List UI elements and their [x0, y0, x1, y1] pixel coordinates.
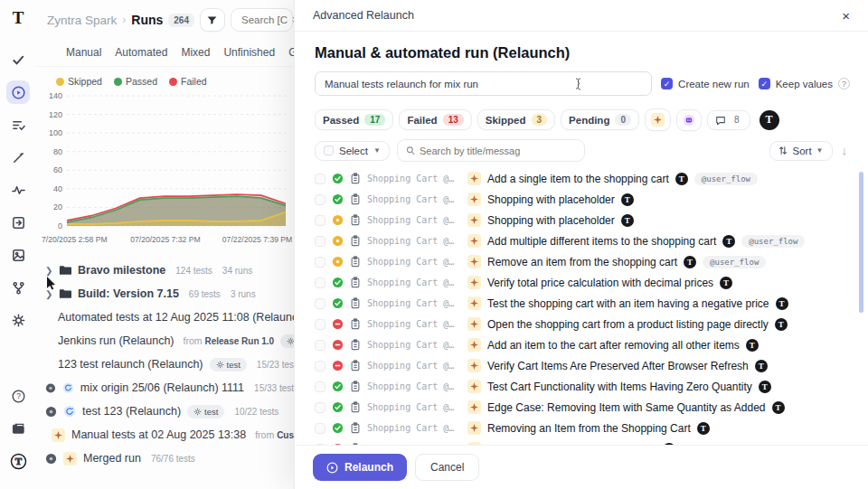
manual-filter-chip[interactable]: [645, 108, 671, 131]
run-name[interactable]: Automated tests at 12 Aug 2025 11:08 (Re…: [58, 311, 298, 324]
run-row[interactable]: 123 test relaunch (Relaunch) test 15/23 …: [45, 353, 298, 376]
row-checkbox[interactable]: [315, 381, 326, 392]
chevron-right-icon[interactable]: ❯: [45, 266, 52, 276]
runs-search-input[interactable]: [241, 14, 288, 25]
sort-dropdown[interactable]: Sort ▼: [769, 141, 832, 161]
create-new-run-option[interactable]: ✓ Create new run: [661, 78, 750, 89]
close-icon[interactable]: ×: [842, 9, 850, 23]
test-row[interactable]: Shopping Cart @… Remove an item from the…: [315, 251, 850, 272]
row-checkbox[interactable]: [315, 277, 326, 288]
test-row[interactable]: Shopping Cart @… Open the shopping cart …: [315, 314, 850, 334]
row-checkbox[interactable]: [315, 194, 326, 205]
test-row[interactable]: Shopping Cart @… Test Removing an Item R…: [315, 438, 850, 445]
run-row[interactable]: mix origin 25/06 (Relaunch) 1111 15/33 t…: [45, 376, 298, 400]
create-new-run-checkbox[interactable]: ✓: [661, 78, 673, 89]
pending-filter-chip[interactable]: Pending0: [561, 109, 639, 130]
test-row[interactable]: Shopping Cart @… Test the shopping cart …: [315, 293, 850, 314]
test-row[interactable]: Shopping Cart @… Edge Case: Removing Ite…: [315, 397, 850, 418]
run-name[interactable]: Merged run: [83, 452, 141, 465]
milestone-row[interactable]: ❯ Build: Version 7.15 69 tests3 runs: [45, 282, 298, 306]
test-title[interactable]: Shopping with placeholder: [487, 214, 615, 227]
passed-filter-chip[interactable]: Passed17: [315, 109, 393, 130]
test-title[interactable]: Test the shopping cart with an item havi…: [487, 297, 769, 310]
test-title[interactable]: Shopping with placeholder: [487, 193, 615, 206]
run-name[interactable]: 123 test relaunch (Relaunch): [58, 358, 203, 371]
row-checkbox[interactable]: [315, 257, 326, 268]
chevron-right-icon[interactable]: ❯: [45, 289, 52, 299]
automated-filter-chip[interactable]: [676, 109, 702, 131]
branch-nav-icon[interactable]: [6, 276, 30, 299]
row-checkbox[interactable]: [315, 423, 326, 434]
filter-button[interactable]: [200, 8, 225, 32]
milestone-name[interactable]: Build: Version 7.15: [78, 287, 179, 300]
test-title[interactable]: Verify Cart Items Are Preserved After Br…: [487, 360, 749, 372]
test-title[interactable]: Add an item to the cart after removing a…: [487, 339, 740, 352]
keep-values-option[interactable]: ✓ Keep values ?: [759, 78, 850, 89]
modal-scrollbar[interactable]: [859, 172, 863, 313]
row-checkbox[interactable]: [315, 444, 326, 446]
assignee-avatar[interactable]: T: [760, 110, 779, 130]
run-name[interactable]: test 123 (Relaunch): [82, 405, 181, 418]
download-arrow-icon[interactable]: ↓: [839, 144, 851, 157]
row-checkbox[interactable]: [315, 319, 326, 330]
comments-chip[interactable]: 8: [707, 110, 750, 130]
test-row[interactable]: Shopping Cart @… Shopping with placehold…: [315, 189, 850, 210]
milestone-row[interactable]: ❯ Bravo milestone 124 tests34 runs: [45, 259, 298, 282]
skipped-filter-chip[interactable]: Skipped3: [477, 109, 555, 130]
run-name-input[interactable]: [315, 71, 652, 96]
test-title[interactable]: Edge Case: Removing Item with Same Quant…: [487, 401, 766, 414]
wand-nav-icon[interactable]: [6, 146, 30, 169]
breadcrumb-project[interactable]: Zyntra Spark: [47, 14, 117, 27]
row-checkbox[interactable]: [315, 174, 326, 184]
test-search[interactable]: [397, 139, 585, 162]
help-icon[interactable]: ?: [6, 384, 30, 408]
settings-nav-icon[interactable]: [6, 308, 30, 332]
run-row[interactable]: test 123 (Relaunch) test 10/22 tests: [45, 400, 298, 423]
run-name[interactable]: Jenkins run (Relaunch): [58, 334, 175, 347]
tab-automated[interactable]: Automated: [115, 46, 167, 59]
row-checkbox[interactable]: [315, 361, 326, 371]
breadcrumb-page[interactable]: Runs: [131, 13, 163, 27]
test-row[interactable]: Shopping Cart @… Add a single item to th…: [315, 168, 850, 189]
tab-mixed[interactable]: Mixed: [181, 46, 210, 59]
test-title[interactable]: Remove an item from the shopping cart: [487, 256, 677, 268]
test-row[interactable]: Shopping Cart @… Test Cart Functionality…: [315, 376, 850, 397]
checks-nav-icon[interactable]: [6, 48, 30, 71]
tab-manual[interactable]: Manual: [66, 46, 101, 59]
row-checkbox[interactable]: [315, 402, 326, 413]
run-row[interactable]: Manual tests at 02 Aug 2025 13:38 from C…: [45, 423, 298, 447]
test-title[interactable]: Test Cart Functionality with Items Havin…: [487, 381, 752, 393]
test-title[interactable]: Removing an Item from the Shopping Cart: [487, 422, 691, 435]
milestone-name[interactable]: Bravo milestone: [78, 264, 165, 277]
test-row[interactable]: Shopping Cart @… Verify total price calc…: [315, 272, 850, 293]
cancel-button[interactable]: Cancel: [415, 454, 479, 481]
test-row[interactable]: Shopping Cart @… Removing an Item from t…: [315, 418, 850, 438]
run-row[interactable]: Automated tests at 12 Aug 2025 11:08 (Re…: [45, 306, 298, 329]
test-title[interactable]: Open the shopping cart from a product li…: [487, 318, 769, 331]
select-dropdown[interactable]: Select ▼: [315, 141, 390, 161]
test-row[interactable]: Shopping Cart @… Verify Cart Items Are P…: [315, 355, 850, 376]
test-search-input[interactable]: [420, 146, 576, 156]
analytics-nav-icon[interactable]: [6, 178, 30, 202]
run-name[interactable]: mix origin 25/06 (Relaunch) 1111: [80, 381, 244, 394]
tab-unfinished[interactable]: Unfinished: [223, 46, 275, 59]
media-nav-icon[interactable]: [6, 243, 30, 267]
test-row[interactable]: Shopping Cart @… Shopping with placehold…: [315, 210, 850, 230]
test-row[interactable]: Shopping Cart @… Add multiple different …: [315, 230, 850, 251]
runs-search[interactable]: ×: [231, 8, 293, 32]
import-nav-icon[interactable]: [6, 211, 30, 234]
run-row[interactable]: Merged run 76/76 tests: [45, 447, 298, 470]
test-title[interactable]: Verify total price calculation with deci…: [487, 277, 713, 289]
keep-values-checkbox[interactable]: ✓: [759, 78, 770, 89]
runs-nav-icon[interactable]: [6, 80, 30, 104]
test-row[interactable]: Shopping Cart @… Add an item to the cart…: [315, 334, 850, 355]
test-plans-nav-icon[interactable]: [6, 113, 30, 136]
select-all-checkbox[interactable]: [324, 146, 334, 155]
run-row[interactable]: Jenkins run (Relaunch) from Release Run …: [45, 329, 298, 353]
user-avatar[interactable]: T: [6, 449, 30, 473]
relaunch-button[interactable]: Relaunch: [313, 454, 407, 481]
row-checkbox[interactable]: [315, 236, 326, 247]
projects-folder-icon[interactable]: [6, 417, 30, 440]
app-logo[interactable]: T: [13, 8, 24, 28]
keep-values-help-icon[interactable]: ?: [838, 78, 850, 89]
